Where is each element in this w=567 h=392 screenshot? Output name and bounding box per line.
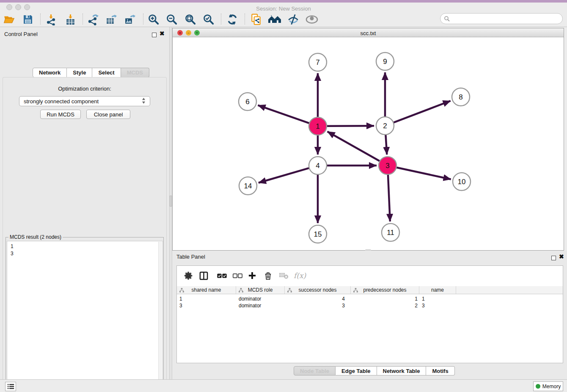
optimization-criterion-value: strongly connected component (24, 98, 99, 105)
tab-network-table[interactable]: Network Table (377, 366, 427, 375)
graph-node-7[interactable]: 7 (309, 53, 327, 71)
graph-node-11[interactable]: 11 (382, 224, 399, 241)
graph-node-14[interactable]: 14 (239, 177, 257, 195)
graph-node-9[interactable]: 9 (376, 52, 394, 70)
column-header-shared-name[interactable]: shared name (177, 286, 236, 294)
close-panel-button[interactable]: Close panel (86, 110, 130, 119)
split-view-icon[interactable] (199, 269, 208, 282)
search-input[interactable] (440, 13, 563, 24)
graph-edge-2-3[interactable] (385, 135, 387, 155)
close-panel-icon[interactable]: ✖ (160, 31, 165, 36)
graph-edge-3-1[interactable] (328, 132, 380, 161)
run-mcds-button[interactable]: Run MCDS (40, 110, 81, 119)
graph-node-15[interactable]: 15 (309, 225, 327, 243)
close-panel-icon[interactable]: ✖ (559, 254, 564, 259)
table-header-row: shared name MCDS role successor nodes pr… (177, 286, 563, 294)
import-network-icon[interactable] (44, 13, 58, 26)
node-table: f(x) shared name MCDS role successor nod… (176, 265, 563, 363)
memory-status-icon (536, 384, 540, 389)
float-panel-icon[interactable] (551, 254, 556, 262)
memory-button[interactable]: Memory (533, 381, 563, 391)
float-panel-icon[interactable] (152, 31, 157, 39)
svg-text:9: 9 (383, 58, 387, 66)
toolbar-separator (83, 14, 83, 25)
splitter-handle[interactable] (169, 196, 172, 207)
graph-node-1[interactable]: 1 (309, 117, 327, 135)
svg-text:15: 15 (314, 230, 322, 238)
mcds-result-text[interactable]: 1 3 (7, 241, 163, 392)
graph-node-8[interactable]: 8 (452, 88, 470, 106)
scrollbar[interactable] (158, 242, 162, 392)
graph-edge-2-8[interactable] (394, 101, 451, 122)
optimization-criterion-label: Optimization criterion: (3, 86, 166, 92)
svg-text:4: 4 (316, 162, 319, 170)
control-panel-title: Control Panel (4, 31, 38, 37)
graph-edge-3-11[interactable] (388, 174, 390, 221)
graph-edge-1-2[interactable] (327, 126, 374, 126)
graph-edge-1-6[interactable] (258, 105, 310, 123)
settings-icon[interactable] (184, 269, 193, 282)
zoom-fit-icon[interactable] (184, 13, 197, 26)
zoom-out-icon[interactable] (165, 13, 179, 26)
svg-text:10: 10 (458, 178, 466, 186)
delete-table-icon[interactable] (279, 269, 289, 282)
tab-style[interactable]: Style (67, 68, 92, 77)
graph-node-3[interactable]: 3 (379, 157, 396, 174)
toolbar-separator (221, 14, 221, 25)
show-all-icon[interactable] (305, 13, 319, 26)
tab-mcds[interactable]: MCDS (121, 68, 149, 77)
mcds-result-line: 3 (11, 250, 162, 257)
hide-selected-icon[interactable] (286, 13, 300, 26)
graph-node-4[interactable]: 4 (309, 157, 327, 174)
table-row[interactable]: 3dominator 32 3 (177, 302, 563, 309)
svg-text:14: 14 (244, 182, 252, 190)
network-graph: 7968124314101511 (173, 37, 564, 250)
graph-edge-3-10[interactable] (396, 167, 451, 179)
titlebar: Session: New Session (0, 3, 567, 12)
graph-edge-4-14[interactable] (259, 168, 309, 183)
table-panel-tabs: Node Table Edge Table Network Table Moti… (294, 366, 455, 375)
export-image-icon[interactable] (123, 13, 136, 26)
optimization-criterion-select[interactable]: strongly connected component (19, 96, 150, 106)
tab-motifs[interactable]: Motifs (426, 366, 454, 375)
memory-label: Memory (542, 384, 561, 389)
import-table-icon[interactable] (63, 13, 77, 26)
column-header-mcds-role[interactable]: MCDS role (236, 286, 285, 294)
select-stepper-icon (142, 97, 146, 105)
zoom-in-icon[interactable] (147, 13, 160, 26)
hierarchy-icon (179, 288, 184, 294)
list-icon (7, 384, 14, 389)
export-table-icon[interactable] (104, 13, 118, 26)
graph-node-10[interactable]: 10 (453, 173, 471, 190)
zoom-selected-icon[interactable] (202, 13, 215, 26)
open-file-icon[interactable] (3, 13, 16, 26)
network-canvas[interactable]: 7968124314101511 (173, 37, 564, 250)
new-network-from-selection-icon[interactable] (249, 13, 263, 26)
save-session-icon[interactable] (21, 13, 35, 26)
deselect-all-columns-icon[interactable] (232, 269, 243, 282)
column-header-predecessor-nodes[interactable]: predecessor nodes (351, 286, 419, 294)
network-view-window: × − + scc.txt 7968124314101511 (172, 28, 564, 251)
column-header-name[interactable]: name (419, 286, 456, 294)
svg-text:2: 2 (383, 122, 387, 130)
tab-network[interactable]: Network (33, 68, 67, 77)
graph-node-6[interactable]: 6 (239, 93, 256, 110)
export-network-icon[interactable] (86, 13, 99, 26)
column-header-successor-nodes[interactable]: successor nodes (285, 286, 351, 294)
svg-text:6: 6 (245, 98, 249, 106)
home-icon[interactable] (268, 13, 281, 26)
task-history-button[interactable] (5, 382, 16, 391)
delete-column-icon[interactable] (264, 269, 272, 282)
add-column-icon[interactable] (248, 269, 257, 282)
apply-layout-icon[interactable] (226, 13, 239, 26)
tab-node-table[interactable]: Node Table (294, 366, 336, 375)
select-all-columns-icon[interactable] (217, 269, 227, 282)
tab-edge-table[interactable]: Edge Table (336, 366, 377, 375)
tab-select[interactable]: Select (92, 68, 121, 77)
table-row[interactable]: 1dominator 41 1 (177, 295, 563, 302)
mcds-result-line: 1 (11, 243, 162, 250)
graph-node-2[interactable]: 2 (376, 117, 394, 135)
function-builder-icon[interactable]: f(x) (294, 269, 306, 282)
mcds-panel: Optimization criterion: strongly connect… (3, 77, 167, 392)
toolbar-separator (40, 14, 41, 25)
